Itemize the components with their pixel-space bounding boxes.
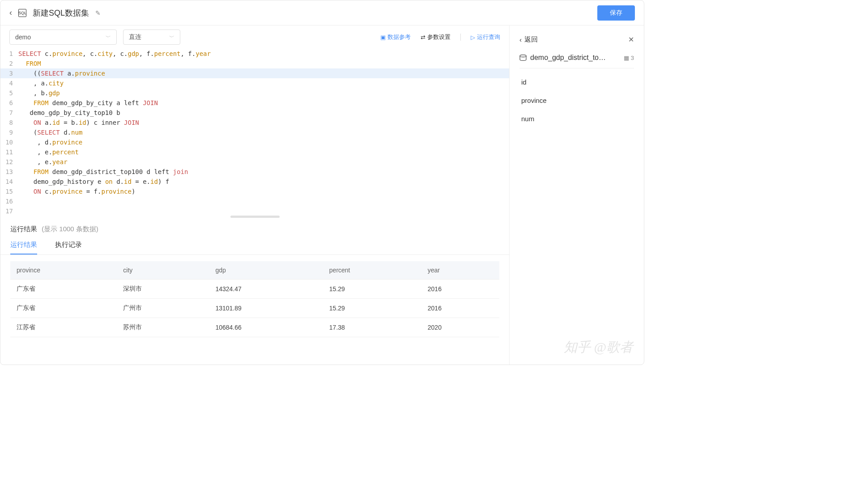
grid-icon: ▦: [624, 55, 629, 61]
param-settings-link[interactable]: ⇄ 参数设置: [421, 33, 451, 41]
field-item[interactable]: province: [519, 91, 634, 110]
results-table: provincecitygdppercentyear 广东省深圳市14324.4…: [10, 261, 499, 337]
tab-1[interactable]: 执行记录: [55, 241, 82, 254]
resize-handle[interactable]: [0, 214, 509, 219]
header: ‹ SQL 新建SQL数据集 ✎ 保存: [0, 0, 644, 25]
editor-line[interactable]: 14 demo_gdp_history e on d.id = e.id) f: [0, 177, 509, 187]
table-row[interactable]: 广东省广州市13101.8915.292016: [10, 299, 499, 318]
run-query-button[interactable]: ▷ 运行查询: [471, 33, 500, 41]
editor-line[interactable]: 8 ON a.id = b.id) c inner JOIN: [0, 118, 509, 127]
sql-file-icon: SQL: [18, 9, 26, 17]
page-title: 新建SQL数据集: [33, 8, 89, 18]
results-subtitle: (显示 1000 条数据): [42, 225, 98, 233]
editor-line[interactable]: 7 demo_gdp_by_city_top10 b: [0, 108, 509, 118]
editor-line[interactable]: 5 , b.gdp: [0, 88, 509, 98]
save-button[interactable]: 保存: [597, 5, 635, 21]
results-header: 运行结果 (显示 1000 条数据): [0, 219, 509, 236]
table-row[interactable]: 广东省深圳市14324.4715.292016: [10, 280, 499, 299]
field-count-badge: ▦ 3: [624, 55, 634, 61]
chevron-down-icon: ﹀: [106, 34, 111, 41]
tab-0[interactable]: 运行结果: [10, 241, 37, 254]
mode-value: 直连: [129, 33, 141, 41]
datasource-select[interactable]: demo ﹀: [9, 30, 117, 45]
back-icon[interactable]: ‹: [9, 8, 12, 17]
results-title: 运行结果: [10, 225, 37, 233]
editor-line[interactable]: 16: [0, 196, 509, 206]
editor-line[interactable]: 9 (SELECT d.num: [0, 127, 509, 137]
side-panel: ‹ 返回 ✕ demo_gdp_district_to… ▦ 3 idprovi…: [510, 25, 644, 365]
editor-line[interactable]: 2 FROM: [0, 59, 509, 68]
editor-line[interactable]: 6 FROM demo_gdp_by_city a left JOIN: [0, 98, 509, 108]
database-icon: [519, 55, 527, 61]
editor-line[interactable]: 3 ((SELECT a.province: [0, 68, 509, 78]
editor-line[interactable]: 1SELECT c.province, c.city, c.gdp, f.per…: [0, 49, 509, 59]
close-icon[interactable]: ✕: [628, 35, 634, 44]
edit-icon[interactable]: ✎: [95, 9, 101, 17]
sql-editor[interactable]: 1SELECT c.province, c.city, c.gdp, f.per…: [0, 49, 509, 214]
editor-line[interactable]: 15 ON c.province = f.province): [0, 187, 509, 196]
side-table-name: demo_gdp_district_to…: [530, 54, 606, 62]
editor-line[interactable]: 11 , e.percent: [0, 147, 509, 157]
sliders-icon: ⇄: [421, 34, 425, 41]
play-icon: ▷: [471, 34, 475, 41]
column-header[interactable]: gdp: [209, 261, 323, 280]
book-icon: ▣: [380, 34, 386, 41]
table-row[interactable]: 江苏省苏州市10684.6617.382020: [10, 318, 499, 337]
editor-line[interactable]: 4 , a.city: [0, 78, 509, 88]
column-header[interactable]: city: [117, 261, 209, 280]
field-item[interactable]: id: [519, 73, 634, 91]
column-header[interactable]: province: [10, 261, 117, 280]
editor-line[interactable]: 17: [0, 206, 509, 214]
field-item[interactable]: num: [519, 110, 634, 128]
toolbar: demo ﹀ 直连 ﹀ ▣ 数据参考 ⇄ 参数设置: [0, 25, 509, 49]
result-tabs: 运行结果执行记录: [0, 236, 509, 255]
chevron-left-icon: ‹: [519, 36, 522, 43]
editor-line[interactable]: 10 , d.province: [0, 137, 509, 147]
side-back-button[interactable]: ‹ 返回: [519, 35, 538, 44]
datasource-value: demo: [15, 34, 31, 41]
editor-line[interactable]: 12 , e.year: [0, 157, 509, 167]
chevron-down-icon: ﹀: [169, 34, 174, 41]
divider: [460, 34, 461, 41]
column-header[interactable]: year: [421, 261, 499, 280]
data-reference-link[interactable]: ▣ 数据参考: [380, 33, 411, 41]
editor-line[interactable]: 13 FROM demo_gdp_district_top100 d left …: [0, 167, 509, 177]
column-header[interactable]: percent: [323, 261, 421, 280]
svg-point-0: [520, 55, 526, 57]
mode-select[interactable]: 直连 ﹀: [123, 30, 180, 45]
